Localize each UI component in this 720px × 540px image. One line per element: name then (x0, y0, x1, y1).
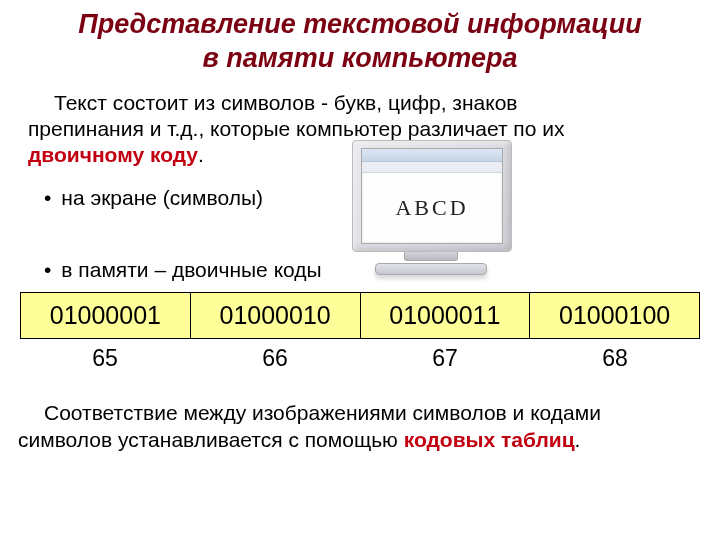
monitor-frame: ABCD (352, 140, 512, 252)
screen-menubar (362, 149, 502, 162)
code-cell: 01000100 (530, 293, 700, 339)
screen-toolbar (362, 162, 502, 173)
code-cell: 01000011 (360, 293, 530, 339)
bullet-dot-icon: • (44, 186, 51, 210)
bullet-2-text: в памяти – двоичные коды (61, 258, 321, 282)
monitor-illustration: ABCD (352, 140, 510, 280)
decimal-values-row: 65 66 67 68 (20, 345, 700, 372)
para2-line2: символов устанавливается с помощью (18, 428, 404, 451)
title-line-1: Представление текстовой информации (78, 9, 641, 39)
slide-title: Представление текстовой информации в пам… (0, 0, 720, 76)
para1-line2: препинания и т.д., которые компьютер раз… (28, 117, 564, 140)
bullet-1-text: на экране (символы) (61, 186, 263, 210)
para2-line1: Соответствие между изображениями символо… (44, 401, 601, 424)
para1-line1: Текст состоит из символов - букв, цифр, … (54, 91, 517, 114)
decimal-value: 66 (190, 345, 360, 372)
closing-paragraph: Соответствие между изображениями символо… (18, 400, 702, 453)
code-cell: 01000001 (21, 293, 191, 339)
para1-binary-term: двоичному коду (28, 143, 198, 166)
monitor-base (375, 263, 487, 275)
screen-document-text: ABCD (362, 173, 502, 243)
decimal-value: 68 (530, 345, 700, 372)
para2-kodov-term: кодовых таблиц (404, 428, 575, 451)
period: . (198, 143, 204, 166)
decimal-value: 67 (360, 345, 530, 372)
bullet-dot-icon: • (44, 258, 51, 282)
code-cell: 01000010 (190, 293, 360, 339)
binary-codes-table: 01000001 01000010 01000011 01000100 (20, 292, 700, 339)
monitor-screen: ABCD (361, 148, 503, 244)
decimal-value: 65 (20, 345, 190, 372)
period: . (575, 428, 581, 451)
title-line-2: в памяти компьютера (202, 43, 517, 73)
monitor-stand (404, 252, 458, 261)
